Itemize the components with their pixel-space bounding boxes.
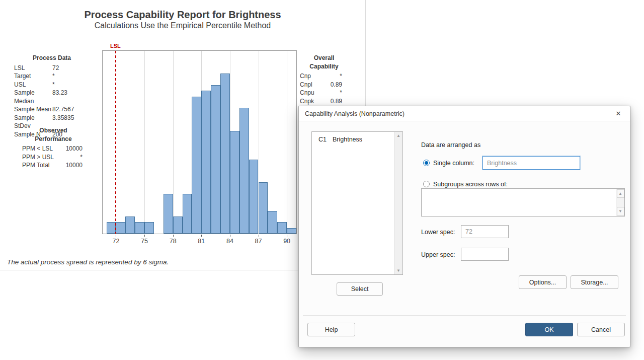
stat-label: USL [14, 81, 52, 89]
x-tick-label: 72 [112, 238, 119, 245]
subgroups-radio[interactable] [423, 181, 430, 187]
close-icon[interactable]: ✕ [613, 110, 624, 117]
scroll-down-icon[interactable]: ▼ [396, 267, 400, 274]
scroll-up-icon[interactable]: ▲ [396, 132, 400, 139]
gridline [173, 51, 174, 234]
single-column-radio[interactable] [423, 160, 430, 166]
stat-value: 10000 [64, 161, 83, 170]
stat-value: 83.23 [52, 89, 90, 105]
histogram-bar [220, 74, 230, 234]
x-tick-label: 84 [226, 238, 233, 245]
stat-row: Sample Median83.23 [14, 89, 90, 105]
stat-label: LSL [14, 64, 52, 73]
storage-button[interactable]: Storage... [571, 275, 618, 289]
stat-row: Cnpk0.89 [300, 97, 348, 106]
variable-listbox[interactable]: C1Brightness ▲ ▼ [311, 131, 403, 275]
scroll-up-icon[interactable]: ▲ [617, 189, 624, 198]
column-name: Brightness [333, 136, 362, 143]
stat-row: PPM < LSL10000 [22, 145, 85, 153]
histogram-bar [239, 108, 249, 234]
dialog-title: Capability Analysis (Nonparametric) [305, 110, 405, 117]
stat-label: PPM > USL [22, 153, 64, 162]
subgroups-label: Subgroups across rows of: [433, 181, 508, 188]
dialog-divider [303, 315, 626, 316]
subgroups-scrollbar[interactable]: ▲ ▼ [616, 189, 624, 216]
single-column-input[interactable]: Brightness [482, 156, 580, 170]
stat-row: PPM Total10000 [22, 161, 85, 170]
variable-list-item[interactable]: C1Brightness [312, 132, 403, 143]
histogram-bar [259, 182, 268, 234]
options-button[interactable]: Options... [519, 275, 567, 289]
histogram-bar [107, 222, 116, 234]
variable-list: C1Brightness [312, 132, 403, 143]
histogram-bar [183, 194, 192, 234]
histogram-bar [125, 217, 135, 234]
gridline [287, 51, 287, 234]
histogram-bar [249, 160, 259, 234]
subgroups-input[interactable]: ▲ ▼ [421, 188, 625, 217]
overall-capability-header: Overall Capability [300, 54, 348, 70]
tick-mark [230, 235, 230, 237]
stat-row: LSL72 [14, 64, 90, 73]
lower-spec-label: Lower spec: [421, 229, 455, 236]
observed-performance-block: Observed Performance PPM < LSL10000PPM >… [22, 126, 85, 170]
upper-spec-label: Upper spec: [421, 251, 455, 258]
histogram-plot [102, 50, 297, 234]
x-tick-label: 75 [141, 238, 148, 245]
dialog-titlebar[interactable]: Capability Analysis (Nonparametric) ✕ [299, 106, 630, 121]
tick-mark [173, 235, 174, 237]
tick-mark [116, 235, 116, 237]
stat-row: Cnp* [300, 72, 348, 81]
stat-value: * [64, 153, 83, 162]
histogram-bar [277, 222, 287, 234]
stat-label: Cnpl [300, 81, 322, 89]
process-data-block: Process Data LSL72Target*USL*Sample Medi… [14, 54, 90, 138]
histogram-bar [164, 194, 173, 234]
stat-label: Sample Mean [14, 105, 52, 114]
tick-mark [259, 235, 259, 237]
x-tick-label: 78 [170, 238, 177, 245]
stat-value: * [322, 89, 342, 97]
overall-capability-rows: Cnp*Cnpl0.89Cnpu*Cnpk0.89 [300, 72, 348, 105]
column-id: C1 [318, 136, 327, 143]
gridline [144, 51, 145, 234]
histogram-bar [144, 222, 154, 234]
stat-row: Sample Mean82.7567 [14, 105, 90, 114]
stat-row: Cnpl0.89 [300, 81, 348, 89]
stat-value: * [322, 72, 342, 81]
scroll-down-icon[interactable]: ▼ [617, 207, 624, 215]
arranged-label: Data are arranged as [421, 141, 480, 149]
histogram-bar [211, 85, 220, 234]
histogram-bar [135, 222, 144, 234]
upper-spec-input[interactable] [461, 248, 509, 261]
x-tick-label: 87 [255, 238, 262, 245]
lower-spec-input[interactable]: 72 [461, 225, 509, 238]
stat-label: PPM Total [22, 161, 64, 170]
stat-row: PPM > USL* [22, 153, 85, 162]
stat-row: USL* [14, 81, 90, 89]
stat-row: Cnpu* [300, 89, 348, 97]
help-button[interactable]: Help [307, 323, 355, 336]
overall-capability-block: Overall Capability Cnp*Cnpl0.89Cnpu*Cnpk… [300, 54, 348, 105]
tick-mark [144, 235, 145, 237]
histogram: LSL 72757881848790 [102, 50, 297, 234]
histogram-bar [192, 97, 201, 234]
histogram-bar [116, 222, 125, 234]
ok-button[interactable]: OK [525, 323, 573, 336]
stat-label: Sample Median [14, 89, 52, 105]
lsl-line [115, 51, 116, 234]
histogram-bar [173, 217, 183, 234]
single-column-label: Single column: [433, 160, 474, 167]
report-title: Process Capability Report for Brightness [0, 9, 365, 21]
listbox-scrollbar[interactable]: ▲ ▼ [394, 132, 403, 274]
stat-value: 0.89 [322, 81, 342, 89]
histogram-bar [268, 211, 277, 234]
stat-value: 72 [52, 64, 90, 73]
cancel-button[interactable]: Cancel [577, 323, 625, 336]
stat-label: Target [14, 72, 52, 81]
stat-label: Cnp [300, 72, 322, 81]
select-button[interactable]: Select [337, 282, 383, 296]
lsl-label: LSL [110, 43, 121, 49]
capability-analysis-dialog: Capability Analysis (Nonparametric) ✕ C1… [298, 106, 630, 347]
footnote: The actual process spread is represented… [7, 258, 169, 266]
